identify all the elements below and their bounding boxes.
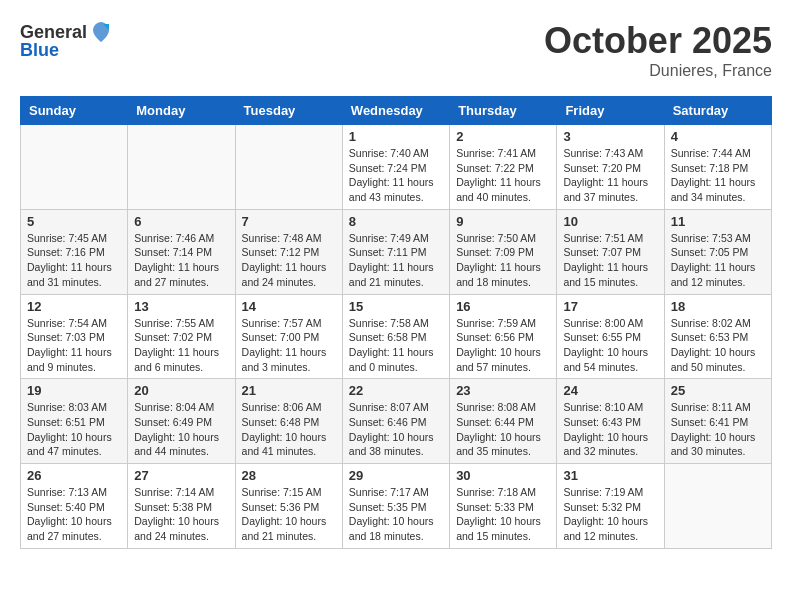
day-info: Sunrise: 8:04 AM Sunset: 6:49 PM Dayligh… <box>134 400 228 459</box>
calendar-cell: 3Sunrise: 7:43 AM Sunset: 7:20 PM Daylig… <box>557 125 664 210</box>
day-info: Sunrise: 7:51 AM Sunset: 7:07 PM Dayligh… <box>563 231 657 290</box>
weekday-header-friday: Friday <box>557 97 664 125</box>
day-info: Sunrise: 8:11 AM Sunset: 6:41 PM Dayligh… <box>671 400 765 459</box>
calendar-week-row: 26Sunrise: 7:13 AM Sunset: 5:40 PM Dayli… <box>21 464 772 549</box>
day-number: 8 <box>349 214 443 229</box>
calendar-week-row: 5Sunrise: 7:45 AM Sunset: 7:16 PM Daylig… <box>21 209 772 294</box>
day-info: Sunrise: 7:18 AM Sunset: 5:33 PM Dayligh… <box>456 485 550 544</box>
calendar-cell: 1Sunrise: 7:40 AM Sunset: 7:24 PM Daylig… <box>342 125 449 210</box>
day-number: 6 <box>134 214 228 229</box>
weekday-header-row: SundayMondayTuesdayWednesdayThursdayFrid… <box>21 97 772 125</box>
weekday-header-monday: Monday <box>128 97 235 125</box>
weekday-header-thursday: Thursday <box>450 97 557 125</box>
calendar-cell: 24Sunrise: 8:10 AM Sunset: 6:43 PM Dayli… <box>557 379 664 464</box>
calendar-cell: 17Sunrise: 8:00 AM Sunset: 6:55 PM Dayli… <box>557 294 664 379</box>
day-info: Sunrise: 7:15 AM Sunset: 5:36 PM Dayligh… <box>242 485 336 544</box>
day-info: Sunrise: 8:06 AM Sunset: 6:48 PM Dayligh… <box>242 400 336 459</box>
day-info: Sunrise: 8:02 AM Sunset: 6:53 PM Dayligh… <box>671 316 765 375</box>
calendar-cell: 31Sunrise: 7:19 AM Sunset: 5:32 PM Dayli… <box>557 464 664 549</box>
day-number: 23 <box>456 383 550 398</box>
day-info: Sunrise: 7:53 AM Sunset: 7:05 PM Dayligh… <box>671 231 765 290</box>
day-number: 25 <box>671 383 765 398</box>
calendar-cell: 19Sunrise: 8:03 AM Sunset: 6:51 PM Dayli… <box>21 379 128 464</box>
calendar-cell: 26Sunrise: 7:13 AM Sunset: 5:40 PM Dayli… <box>21 464 128 549</box>
day-info: Sunrise: 7:57 AM Sunset: 7:00 PM Dayligh… <box>242 316 336 375</box>
calendar-cell: 16Sunrise: 7:59 AM Sunset: 6:56 PM Dayli… <box>450 294 557 379</box>
day-info: Sunrise: 7:40 AM Sunset: 7:24 PM Dayligh… <box>349 146 443 205</box>
day-info: Sunrise: 7:58 AM Sunset: 6:58 PM Dayligh… <box>349 316 443 375</box>
day-number: 30 <box>456 468 550 483</box>
calendar-cell: 29Sunrise: 7:17 AM Sunset: 5:35 PM Dayli… <box>342 464 449 549</box>
day-number: 14 <box>242 299 336 314</box>
day-number: 2 <box>456 129 550 144</box>
calendar-cell: 4Sunrise: 7:44 AM Sunset: 7:18 PM Daylig… <box>664 125 771 210</box>
calendar-cell: 6Sunrise: 7:46 AM Sunset: 7:14 PM Daylig… <box>128 209 235 294</box>
day-info: Sunrise: 7:55 AM Sunset: 7:02 PM Dayligh… <box>134 316 228 375</box>
day-number: 13 <box>134 299 228 314</box>
calendar-cell: 11Sunrise: 7:53 AM Sunset: 7:05 PM Dayli… <box>664 209 771 294</box>
calendar-cell: 10Sunrise: 7:51 AM Sunset: 7:07 PM Dayli… <box>557 209 664 294</box>
calendar-week-row: 12Sunrise: 7:54 AM Sunset: 7:03 PM Dayli… <box>21 294 772 379</box>
calendar-cell: 22Sunrise: 8:07 AM Sunset: 6:46 PM Dayli… <box>342 379 449 464</box>
calendar-cell: 8Sunrise: 7:49 AM Sunset: 7:11 PM Daylig… <box>342 209 449 294</box>
calendar-cell: 20Sunrise: 8:04 AM Sunset: 6:49 PM Dayli… <box>128 379 235 464</box>
day-info: Sunrise: 8:07 AM Sunset: 6:46 PM Dayligh… <box>349 400 443 459</box>
day-info: Sunrise: 7:43 AM Sunset: 7:20 PM Dayligh… <box>563 146 657 205</box>
day-info: Sunrise: 8:08 AM Sunset: 6:44 PM Dayligh… <box>456 400 550 459</box>
day-info: Sunrise: 7:14 AM Sunset: 5:38 PM Dayligh… <box>134 485 228 544</box>
day-number: 22 <box>349 383 443 398</box>
day-info: Sunrise: 7:44 AM Sunset: 7:18 PM Dayligh… <box>671 146 765 205</box>
day-number: 10 <box>563 214 657 229</box>
day-number: 24 <box>563 383 657 398</box>
calendar-week-row: 19Sunrise: 8:03 AM Sunset: 6:51 PM Dayli… <box>21 379 772 464</box>
day-number: 26 <box>27 468 121 483</box>
calendar-cell: 30Sunrise: 7:18 AM Sunset: 5:33 PM Dayli… <box>450 464 557 549</box>
day-number: 11 <box>671 214 765 229</box>
calendar-cell <box>664 464 771 549</box>
day-info: Sunrise: 7:48 AM Sunset: 7:12 PM Dayligh… <box>242 231 336 290</box>
day-info: Sunrise: 8:00 AM Sunset: 6:55 PM Dayligh… <box>563 316 657 375</box>
calendar-cell: 14Sunrise: 7:57 AM Sunset: 7:00 PM Dayli… <box>235 294 342 379</box>
day-number: 16 <box>456 299 550 314</box>
calendar-cell: 23Sunrise: 8:08 AM Sunset: 6:44 PM Dayli… <box>450 379 557 464</box>
weekday-header-sunday: Sunday <box>21 97 128 125</box>
day-number: 21 <box>242 383 336 398</box>
day-number: 19 <box>27 383 121 398</box>
day-info: Sunrise: 7:13 AM Sunset: 5:40 PM Dayligh… <box>27 485 121 544</box>
calendar-cell: 2Sunrise: 7:41 AM Sunset: 7:22 PM Daylig… <box>450 125 557 210</box>
weekday-header-saturday: Saturday <box>664 97 771 125</box>
logo-icon <box>89 20 113 44</box>
day-number: 9 <box>456 214 550 229</box>
day-number: 3 <box>563 129 657 144</box>
day-info: Sunrise: 7:50 AM Sunset: 7:09 PM Dayligh… <box>456 231 550 290</box>
day-number: 5 <box>27 214 121 229</box>
day-info: Sunrise: 7:46 AM Sunset: 7:14 PM Dayligh… <box>134 231 228 290</box>
title-section: October 2025 Dunieres, France <box>544 20 772 80</box>
calendar-cell: 15Sunrise: 7:58 AM Sunset: 6:58 PM Dayli… <box>342 294 449 379</box>
day-number: 29 <box>349 468 443 483</box>
day-number: 18 <box>671 299 765 314</box>
calendar-table: SundayMondayTuesdayWednesdayThursdayFrid… <box>20 96 772 549</box>
day-info: Sunrise: 7:19 AM Sunset: 5:32 PM Dayligh… <box>563 485 657 544</box>
weekday-header-wednesday: Wednesday <box>342 97 449 125</box>
calendar-cell: 7Sunrise: 7:48 AM Sunset: 7:12 PM Daylig… <box>235 209 342 294</box>
calendar-cell: 21Sunrise: 8:06 AM Sunset: 6:48 PM Dayli… <box>235 379 342 464</box>
calendar-week-row: 1Sunrise: 7:40 AM Sunset: 7:24 PM Daylig… <box>21 125 772 210</box>
month-title: October 2025 <box>544 20 772 62</box>
day-info: Sunrise: 7:54 AM Sunset: 7:03 PM Dayligh… <box>27 316 121 375</box>
day-number: 27 <box>134 468 228 483</box>
day-number: 31 <box>563 468 657 483</box>
day-number: 20 <box>134 383 228 398</box>
day-number: 28 <box>242 468 336 483</box>
calendar-cell: 25Sunrise: 8:11 AM Sunset: 6:41 PM Dayli… <box>664 379 771 464</box>
day-number: 4 <box>671 129 765 144</box>
weekday-header-tuesday: Tuesday <box>235 97 342 125</box>
day-number: 1 <box>349 129 443 144</box>
day-info: Sunrise: 7:45 AM Sunset: 7:16 PM Dayligh… <box>27 231 121 290</box>
logo-blue: Blue <box>20 40 59 61</box>
day-number: 7 <box>242 214 336 229</box>
calendar-cell <box>21 125 128 210</box>
day-number: 15 <box>349 299 443 314</box>
calendar-cell <box>235 125 342 210</box>
day-info: Sunrise: 7:59 AM Sunset: 6:56 PM Dayligh… <box>456 316 550 375</box>
